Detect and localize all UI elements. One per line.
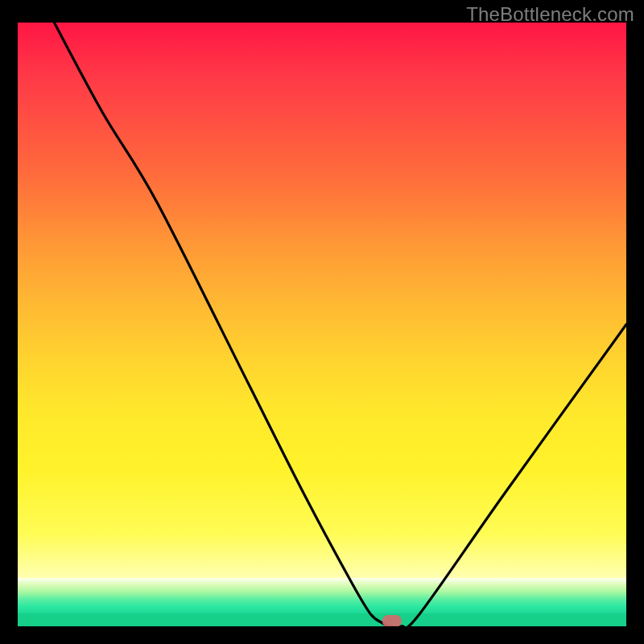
chart-frame: TheBottleneck.com <box>0 0 644 644</box>
plot-area <box>18 23 626 626</box>
bottleneck-curve <box>18 23 626 626</box>
minimum-marker <box>382 615 402 626</box>
